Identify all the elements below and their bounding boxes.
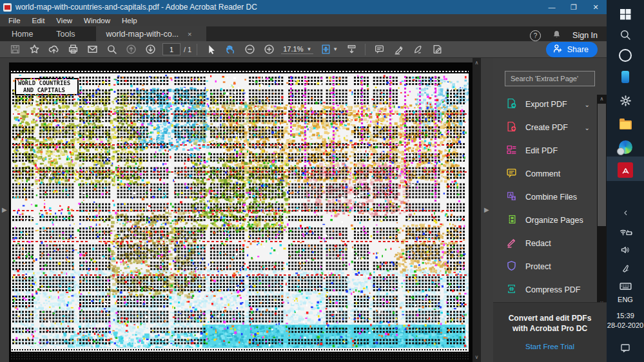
zoom-level-value: 17.1% (283, 45, 303, 53)
tool-item-create-pdf[interactable]: Create PDF⌄ (493, 116, 607, 139)
tool-item-combine-files[interactable]: Combine Files (493, 186, 607, 209)
taskbar-settings-icon[interactable] (607, 91, 644, 110)
tool-item-label: Combine Files (525, 193, 577, 202)
sign-in-button[interactable]: Sign In (572, 31, 598, 40)
panel-scroll-up-icon[interactable]: ∧ (600, 96, 604, 102)
pdf-file-icon (3, 3, 12, 12)
export-pdf-icon (506, 98, 517, 111)
tools-search-input[interactable]: Search 'Extract Page' (505, 71, 595, 86)
comment-tool-icon[interactable] (369, 43, 389, 57)
tool-item-organize-pages[interactable]: Organize Pages (493, 209, 607, 232)
zoom-level-dropdown[interactable]: 17.1%▼ (281, 44, 313, 54)
close-button[interactable]: ✕ (585, 0, 607, 14)
save-icon (5, 43, 24, 57)
taskbar-volume-icon[interactable] (607, 241, 644, 259)
tool-item-label: Edit PDF (525, 146, 558, 155)
tab-home[interactable]: Home (0, 26, 44, 41)
fill-sign-icon[interactable] (427, 43, 447, 57)
create-pdf-icon (506, 121, 517, 134)
scrolling-mode-icon[interactable] (342, 43, 361, 57)
print-icon[interactable] (63, 43, 83, 57)
compress-pdf-icon (506, 283, 517, 296)
menu-item-window[interactable]: Window (78, 14, 116, 26)
menu-item-view[interactable]: View (50, 14, 78, 26)
highlight-tool-icon[interactable] (389, 43, 408, 57)
windows-taskbar: ENG15:3928-02-2020 (607, 0, 644, 362)
taskbar-touch-keyboard-icon[interactable] (607, 277, 644, 295)
pdf-page-map[interactable] (9, 62, 473, 362)
taskbar-start-icon[interactable] (607, 5, 644, 23)
page-down-icon[interactable] (141, 43, 160, 57)
tool-item-label: Organize Pages (525, 216, 583, 225)
tool-item-compress-pdf[interactable]: Compress PDF (493, 278, 607, 301)
protect-icon (506, 260, 517, 273)
promo-line1: Convert and edit PDFs (509, 314, 592, 323)
tool-item-label: Protect (525, 262, 551, 271)
taskbar-file-explorer-icon[interactable] (607, 116, 644, 134)
tool-item-comment[interactable]: Comment (493, 162, 607, 186)
redact-icon (506, 237, 517, 250)
panel-scroll-thumb[interactable] (598, 104, 606, 226)
tools-panel: Search 'Extract Page' Export PDF⌄Create … (493, 58, 607, 362)
tab-document-label: world-map-with-co... (106, 30, 179, 39)
tab-close-icon[interactable]: × (188, 30, 191, 38)
taskbar-cortana-icon[interactable] (607, 46, 644, 64)
help-icon[interactable]: ? (530, 30, 541, 41)
hand-tool-icon[interactable] (220, 43, 240, 57)
desktop-screen: world-map-with-countries-and-capitals.pd… (0, 0, 644, 362)
tool-item-edit-pdf[interactable]: Edit PDF (493, 139, 607, 162)
scroll-down-icon[interactable]: ∨ (475, 352, 479, 362)
taskbar-action-center-icon[interactable] (607, 340, 644, 356)
taskbar-tray-expand-icon[interactable] (607, 204, 644, 222)
restore-button[interactable]: ❐ (563, 0, 585, 14)
organize-pages-icon (506, 214, 517, 227)
tool-item-label: Create PDF (525, 123, 568, 132)
page-number-input[interactable]: 1 (162, 43, 181, 55)
taskbar-clock[interactable]: 15:3928-02-2020 (607, 310, 644, 331)
toolbar-divider (365, 44, 366, 55)
window-title: world-map-with-countries-and-capitals.pd… (15, 3, 257, 12)
select-cursor-icon[interactable] (201, 43, 220, 57)
zoom-in-icon[interactable] (259, 43, 278, 57)
search-icon[interactable] (102, 43, 121, 57)
tool-item-label: Export PDF (525, 100, 567, 109)
scroll-up-icon[interactable]: ∧ (475, 58, 479, 68)
bell-icon[interactable] (552, 30, 561, 41)
sign-tool-icon[interactable] (408, 43, 427, 57)
acrobat-pro-promo: Convert and edit PDFs with Acrobat Pro D… (493, 302, 607, 362)
taskbar-search-icon[interactable] (607, 26, 644, 44)
document-scrollbar[interactable]: ∧ ∨ (473, 58, 481, 362)
right-panel-expand-icon[interactable]: ▶ (484, 206, 489, 213)
taskbar-your-phone-icon[interactable] (607, 68, 644, 86)
taskbar-edge-icon[interactable] (607, 138, 644, 156)
tab-tools[interactable]: Tools (44, 26, 86, 41)
email-icon[interactable] (83, 43, 102, 57)
menu-item-edit[interactable]: Edit (26, 14, 51, 26)
panel-scrollbar[interactable]: ∧ ∨ (597, 95, 607, 307)
start-free-trial-link[interactable]: Start Free Trial (493, 343, 607, 350)
star-icon[interactable] (24, 43, 44, 57)
menu-item-help[interactable]: Help (116, 14, 143, 26)
taskbar-acrobat-reader-icon[interactable] (607, 161, 644, 179)
tool-item-protect[interactable]: Protect (493, 255, 607, 278)
chevron-down-icon[interactable]: ⌄ (585, 124, 590, 131)
taskbar-network-battery-icon[interactable] (607, 223, 644, 241)
left-panel-expand-icon[interactable]: ▶ (2, 206, 7, 213)
share-button[interactable]: Share (546, 42, 598, 57)
promo-line2: with Acrobat Pro DC (512, 324, 587, 333)
minimize-button[interactable]: — (541, 0, 563, 14)
zoom-out-icon[interactable] (240, 43, 259, 57)
taskbar-pen-icon[interactable] (607, 259, 644, 277)
tab-document[interactable]: world-map-with-co... × (96, 26, 206, 41)
menu-item-file[interactable]: File (3, 14, 26, 26)
menu-bar: FileEditViewWindowHelp (0, 14, 607, 26)
page-view-dropdown-icon[interactable]: ▼ (333, 46, 338, 52)
tool-item-redact[interactable]: Redact (493, 232, 607, 255)
cloud-upload-icon[interactable] (44, 43, 63, 57)
taskbar-language[interactable]: ENG (607, 294, 644, 305)
chevron-down-icon[interactable]: ⌄ (585, 101, 590, 108)
page-up-icon (121, 43, 141, 57)
chevron-down-icon: ▼ (306, 46, 311, 52)
tools-list: Export PDF⌄Create PDF⌄Edit PDFCommentCom… (493, 93, 607, 301)
tool-item-export-pdf[interactable]: Export PDF⌄ (493, 93, 607, 116)
